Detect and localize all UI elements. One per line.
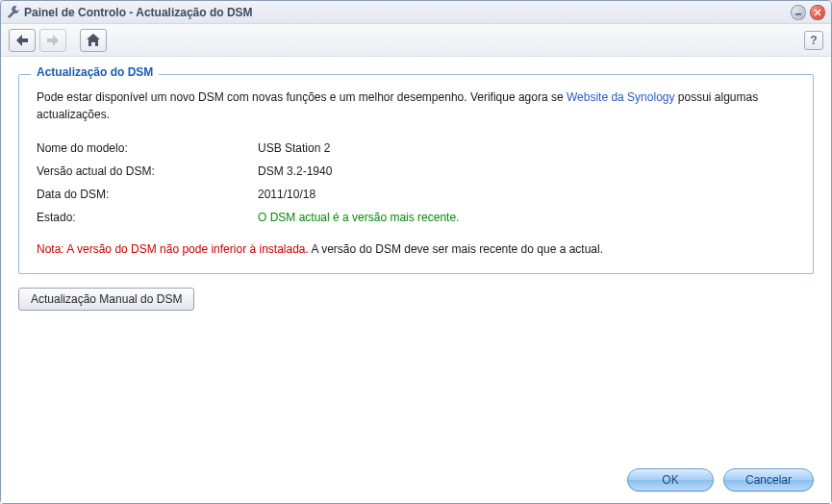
minimize-button[interactable] xyxy=(791,5,806,20)
footer-buttons: OK Cancelar xyxy=(627,468,814,491)
forward-button[interactable] xyxy=(39,29,66,52)
status-label: Estado: xyxy=(37,206,258,229)
svg-rect-0 xyxy=(795,13,801,15)
version-label: Versão actual do DSM: xyxy=(37,160,258,183)
window: Painel de Controlo - Actualização do DSM… xyxy=(0,0,832,504)
fieldset-legend: Actualização do DSM xyxy=(31,65,159,79)
titlebar: Painel de Controlo - Actualização do DSM xyxy=(1,1,831,24)
row-date: Data do DSM: 2011/10/18 xyxy=(37,183,459,206)
window-title: Painel de Controlo - Actualização do DSM xyxy=(24,6,791,19)
model-label: Nome do modelo: xyxy=(37,137,258,160)
close-button[interactable] xyxy=(810,5,825,20)
window-controls xyxy=(791,5,825,20)
toolbar: ? xyxy=(1,24,831,57)
cancel-button[interactable]: Cancelar xyxy=(723,468,814,491)
home-button[interactable] xyxy=(80,29,107,52)
ok-button[interactable]: OK xyxy=(627,468,714,491)
note-warning: Nota: A versão do DSM não pode inferior … xyxy=(37,242,309,256)
intro-text: Pode estar disponível um novo DSM com no… xyxy=(37,88,795,123)
row-status: Estado: O DSM actual é a versão mais rec… xyxy=(37,206,459,229)
model-value: USB Station 2 xyxy=(258,137,459,160)
synology-website-link[interactable]: Website da Synology xyxy=(567,90,675,104)
update-fieldset: Actualização do DSM Pode estar disponíve… xyxy=(18,74,814,274)
manual-update-button[interactable]: Actualização Manual do DSM xyxy=(18,288,194,311)
note-rest: A versão do DSM deve ser mais recente do… xyxy=(309,242,603,256)
row-model: Nome do modelo: USB Station 2 xyxy=(37,137,459,160)
wrench-icon xyxy=(7,6,20,19)
help-button[interactable]: ? xyxy=(804,31,823,50)
back-button[interactable] xyxy=(9,29,36,52)
version-value: DSM 3.2-1940 xyxy=(258,160,459,183)
intro-before: Pode estar disponível um novo DSM com no… xyxy=(37,90,567,104)
date-label: Data do DSM: xyxy=(37,183,258,206)
info-table: Nome do modelo: USB Station 2 Versão act… xyxy=(37,137,459,229)
date-value: 2011/10/18 xyxy=(258,183,459,206)
content-area: Actualização do DSM Pode estar disponíve… xyxy=(1,57,831,503)
note: Nota: A versão do DSM não pode inferior … xyxy=(37,242,795,256)
status-value: O DSM actual é a versão mais recente. xyxy=(258,206,459,229)
row-version: Versão actual do DSM: DSM 3.2-1940 xyxy=(37,160,459,183)
